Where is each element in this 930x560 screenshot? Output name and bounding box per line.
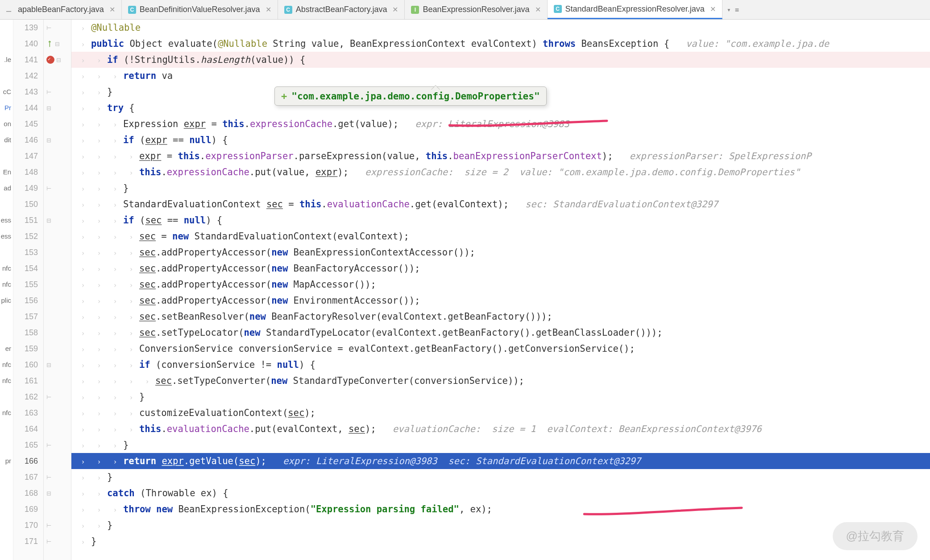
gutter-markers[interactable] [44, 453, 71, 469]
line-number[interactable]: 145 [13, 116, 43, 132]
code-line[interactable]: ››if (!StringUtils.hasLength(value)) { [71, 54, 305, 65]
code-line[interactable]: ››››sec.addPropertyAccessor(new MapAcces… [71, 279, 376, 290]
fold-marker-gutter[interactable]: ⊢⭡⊟⊟⊢⊟⊟⊢⊟⊟⊢⊢⊢⊟⊢⊢ [44, 20, 71, 560]
tabs-overflow-menu[interactable]: ▾ ≡ [722, 0, 743, 19]
gutter-markers[interactable]: ⊢ [44, 389, 71, 405]
fold-close-icon[interactable]: ⊢ [46, 474, 51, 481]
line-number[interactable]: 155 [13, 276, 43, 292]
close-icon[interactable]: ✕ [392, 5, 398, 14]
code-line[interactable]: ››››sec.setBeanResolver(new BeanFactoryR… [71, 311, 552, 322]
code-line[interactable]: ››››expr = this.expressionParser.parseEx… [71, 151, 811, 161]
gutter-markers[interactable] [44, 421, 71, 437]
close-icon[interactable]: ✕ [535, 5, 541, 14]
code-line[interactable]: ››try { [71, 103, 135, 113]
line-number[interactable]: 143 [13, 84, 43, 100]
line-number[interactable]: 166 [13, 453, 43, 469]
gutter-markers[interactable] [44, 164, 71, 180]
line-number[interactable]: 146 [13, 132, 43, 148]
debug-value-tooltip[interactable]: + "com.example.jpa.demo.config.DemoPrope… [274, 86, 547, 106]
tab-beandefinitionvalueresolver-java[interactable]: CBeanDefinitionValueResolver.java✕ [122, 0, 278, 19]
gutter-markers[interactable] [44, 292, 71, 309]
expand-icon[interactable]: + [281, 91, 287, 102]
code-line[interactable]: ››} [71, 472, 112, 482]
code-line[interactable]: ››››sec.setTypeLocator(new StandardTypeL… [71, 327, 663, 338]
gutter-markers[interactable] [44, 276, 71, 292]
gutter-markers[interactable]: ⊟ [44, 212, 71, 228]
code-line[interactable]: ›››return expr.getValue(sec); expr: Lite… [71, 456, 641, 466]
fold-close-icon[interactable]: ⊢ [46, 394, 51, 400]
line-number[interactable]: 139 [13, 20, 43, 36]
gutter-markers[interactable]: ⊟ [44, 357, 71, 373]
code-line[interactable]: ››››this.expressionCache.put(value, expr… [71, 167, 800, 177]
line-number[interactable]: 144 [13, 100, 43, 116]
tab-abstractbeanfactory-java[interactable]: CAbstractBeanFactory.java✕ [278, 0, 405, 19]
gutter-markers[interactable] [44, 341, 71, 357]
line-number[interactable]: 156 [13, 292, 43, 309]
gutter-markers[interactable] [44, 405, 71, 421]
gutter-markers[interactable]: ⊟ [44, 132, 71, 148]
code-line[interactable]: ››››sec.addPropertyAccessor(new BeanFact… [71, 263, 420, 274]
gutter-markers[interactable]: ⊟ [44, 52, 71, 68]
code-line[interactable]: ›@Nullable [71, 22, 141, 33]
gutter-markers[interactable]: ⊢ [44, 533, 71, 549]
gutter-markers[interactable] [44, 244, 71, 260]
gutter-markers[interactable]: ⭡⊟ [44, 36, 71, 52]
code-line[interactable]: ›public Object evaluate(@Nullable String… [71, 38, 829, 49]
gutter-markers[interactable] [44, 260, 71, 276]
code-line[interactable]: ››››sec = new StandardEvaluationContext(… [71, 231, 409, 242]
close-icon[interactable]: ✕ [710, 5, 716, 13]
line-number[interactable]: 149 [13, 180, 43, 196]
code-line[interactable]: ››››if (conversionService != null) { [71, 359, 316, 370]
line-number[interactable]: 151 [13, 212, 43, 228]
code-line[interactable]: ››} [71, 86, 112, 97]
code-column[interactable]: ›@Nullable›public Object evaluate(@Nulla… [71, 20, 930, 560]
line-number[interactable]: 159 [13, 341, 43, 357]
line-number[interactable]: 161 [13, 373, 43, 389]
code-line[interactable]: ›››››sec.setTypeConverter(new StandardTy… [71, 375, 524, 386]
gutter-markers[interactable]: ⊟ [44, 100, 71, 116]
breakpoint-icon[interactable] [46, 56, 54, 64]
line-number[interactable]: 167 [13, 469, 43, 485]
gutter-markers[interactable] [44, 501, 71, 517]
line-number[interactable]: 141 [13, 52, 43, 68]
code-line[interactable]: ›››} [71, 440, 129, 450]
code-line[interactable]: ››››customizeEvaluationContext(sec); [71, 408, 316, 418]
gutter-markers[interactable] [44, 373, 71, 389]
line-number[interactable]: 148 [13, 164, 43, 180]
line-number[interactable]: 164 [13, 421, 43, 437]
line-number[interactable]: 140 [13, 36, 43, 52]
fold-open-icon[interactable]: ⊟ [46, 217, 51, 224]
code-line[interactable]: ››››ConversionService conversionService … [71, 343, 635, 354]
line-number[interactable]: 152 [13, 228, 43, 244]
line-number[interactable]: 168 [13, 485, 43, 501]
gutter-markers[interactable] [44, 228, 71, 244]
override-up-icon[interactable]: ⭡ [46, 40, 53, 48]
gutter-markers[interactable] [44, 325, 71, 341]
code-line[interactable]: ››››sec.addPropertyAccessor(new Environm… [71, 295, 420, 306]
code-line[interactable]: ›} [71, 536, 96, 547]
line-number[interactable]: 163 [13, 405, 43, 421]
fold-close-icon[interactable]: ⊢ [46, 538, 51, 545]
line-number[interactable]: 170 [13, 517, 43, 533]
fold-open-icon[interactable]: ⊟ [46, 490, 51, 497]
code-line[interactable]: ››} [71, 520, 112, 531]
gutter-markers[interactable] [44, 68, 71, 84]
fold-open-icon[interactable]: ⊟ [55, 41, 60, 47]
fold-close-icon[interactable]: ⊢ [46, 185, 51, 192]
code-line[interactable]: ›››if (expr == null) { [71, 135, 228, 145]
code-line[interactable]: ›››if (sec == null) { [71, 215, 222, 226]
tab-standardbeanexpressionresolver-java[interactable]: CStandardBeanExpressionResolver.java✕ [548, 0, 722, 19]
line-number[interactable]: 165 [13, 437, 43, 453]
fold-close-icon[interactable]: ⊢ [46, 89, 51, 95]
tab-apablebeanfactory-java[interactable]: –apableBeanFactory.java✕ [0, 0, 122, 19]
line-number[interactable]: 157 [13, 309, 43, 325]
gutter-markers[interactable]: ⊢ [44, 437, 71, 453]
gutter-markers[interactable]: ⊢ [44, 180, 71, 196]
code-line[interactable]: ››››} [71, 391, 145, 402]
line-number[interactable]: 142 [13, 68, 43, 84]
close-icon[interactable]: ✕ [109, 5, 115, 14]
code-line[interactable]: ››catch (Throwable ex) { [71, 488, 228, 498]
line-number[interactable]: 150 [13, 196, 43, 212]
line-number[interactable]: 169 [13, 501, 43, 517]
tab-beanexpressionresolver-java[interactable]: IBeanExpressionResolver.java✕ [405, 0, 547, 19]
